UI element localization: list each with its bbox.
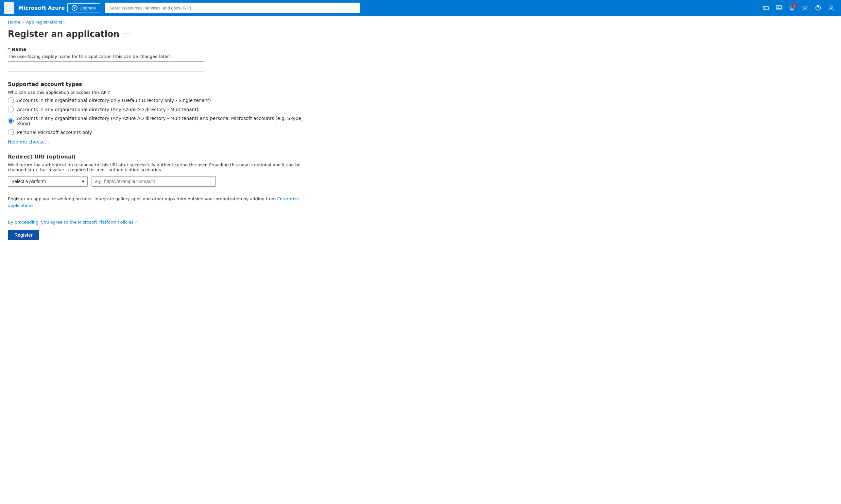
platform-select-wrapper: Select a platform Web Single-page applic… — [8, 176, 88, 187]
account-types-title: Supported account types — [8, 81, 306, 87]
topnav-icons-group: 1 — [760, 2, 837, 14]
breadcrumb-sep-1: › — [22, 20, 24, 24]
svg-point-6 — [804, 7, 806, 9]
hamburger-menu-button[interactable]: ☰ — [4, 2, 14, 14]
redirect-uri-section: Redirect URI (optional) We'll return the… — [8, 154, 306, 187]
info-text-pre: Register an app you're working on here. … — [8, 196, 277, 201]
portal-feedback-button[interactable] — [773, 2, 785, 14]
cloud-shell-button[interactable] — [760, 2, 772, 14]
upgrade-label: Upgrade — [79, 5, 96, 11]
radio-multi-tenant-label: Accounts in any organizational directory… — [17, 107, 198, 112]
breadcrumb-app-registrations[interactable]: App registrations — [26, 20, 62, 24]
help-button[interactable] — [812, 2, 824, 14]
name-section: * Name The user-facing display name for … — [8, 47, 306, 72]
name-description: The user-facing display name for this ap… — [8, 54, 306, 59]
account-types-section: Supported account types Who can use this… — [8, 81, 306, 144]
upgrade-button[interactable]: + Upgrade — [67, 3, 100, 13]
notification-badge: 1 — [792, 3, 797, 8]
radio-multi-personal-label: Accounts in any organizational directory… — [17, 116, 306, 126]
redirect-uri-input[interactable] — [92, 176, 216, 187]
platform-select[interactable]: Select a platform Web Single-page applic… — [8, 176, 88, 187]
radio-multi-personal-input[interactable] — [8, 118, 14, 124]
svg-point-9 — [830, 6, 833, 8]
svg-point-8 — [818, 9, 819, 10]
search-container — [105, 3, 360, 13]
radio-multi-tenant[interactable]: Accounts in any organizational directory… — [8, 107, 306, 112]
radio-personal-label: Personal Microsoft accounts only — [17, 130, 92, 135]
name-field-label: * Name — [8, 47, 306, 52]
redirect-uri-description: We'll return the authentication response… — [8, 162, 306, 172]
radio-multi-tenant-personal[interactable]: Accounts in any organizational directory… — [8, 116, 306, 126]
radio-single-tenant-label: Accounts in this organizational director… — [17, 98, 211, 103]
radio-personal-input[interactable] — [8, 129, 14, 135]
policy-link[interactable]: By proceeding, you agree to the Microsof… — [8, 220, 138, 224]
account-types-description: Who can use this application or access t… — [8, 90, 306, 95]
name-label-text: Name — [12, 47, 26, 52]
top-navigation: ☰ Microsoft Azure + Upgrade — [0, 0, 841, 16]
upgrade-circle-icon: + — [72, 5, 77, 11]
app-name-input[interactable] — [8, 61, 204, 72]
breadcrumb-home[interactable]: Home — [8, 20, 20, 24]
radio-multi-tenant-input[interactable] — [8, 107, 14, 112]
help-me-choose-link[interactable]: Help me choose... — [8, 139, 49, 144]
policy-link-text: By proceeding, you agree to the Microsof… — [8, 220, 133, 224]
form-divider — [8, 214, 306, 214]
settings-button[interactable] — [799, 2, 811, 14]
search-input[interactable] — [105, 3, 360, 13]
radio-single-tenant-input[interactable] — [8, 97, 14, 103]
azure-logo: Microsoft Azure — [18, 5, 65, 11]
required-star: * — [8, 47, 10, 52]
redirect-uri-title: Redirect URI (optional) — [8, 154, 306, 160]
external-link-icon: ↗ — [135, 220, 138, 224]
page-title: Register an application — [8, 29, 119, 39]
account-button[interactable] — [825, 2, 837, 14]
radio-personal-only[interactable]: Personal Microsoft accounts only — [8, 129, 306, 135]
page-menu-dots-button[interactable]: ··· — [123, 30, 131, 38]
account-type-radio-group: Accounts in this organizational director… — [8, 97, 306, 135]
register-button[interactable]: Register — [8, 230, 39, 240]
breadcrumb: Home › App registrations › — [0, 16, 841, 26]
radio-single-tenant[interactable]: Accounts in this organizational director… — [8, 97, 306, 103]
page-header: Register an application ··· — [0, 26, 841, 44]
info-text: Register an app you're working on here. … — [8, 196, 306, 209]
breadcrumb-sep-2: › — [65, 20, 66, 24]
main-content: Home › App registrations › Register an a… — [0, 16, 841, 504]
form-content: * Name The user-facing display name for … — [0, 44, 314, 253]
notifications-button[interactable]: 1 — [786, 2, 798, 14]
redirect-uri-row: Select a platform Web Single-page applic… — [8, 176, 306, 187]
